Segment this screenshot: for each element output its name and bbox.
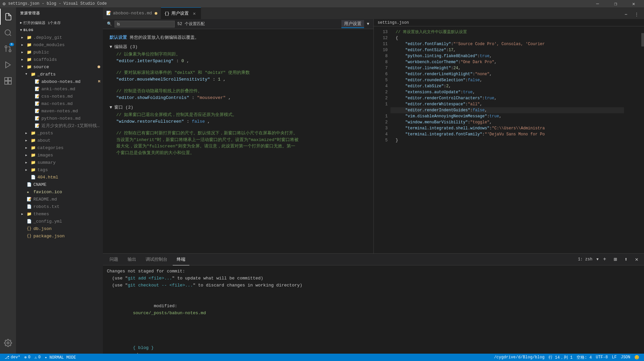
files-activity-icon[interactable] <box>0 9 16 25</box>
open-editors-header[interactable]: ▶ 打开的编辑器 1个未存 <box>16 19 103 26</box>
tree-item-name: _posts <box>37 131 53 136</box>
tree-item-css-notes-md[interactable]: 📝css-notes.md <box>16 93 103 100</box>
terminal-shell-label: 1: zsh <box>575 257 595 262</box>
status-encoding[interactable]: UTF-8 <box>594 354 610 361</box>
tree-item-images[interactable]: ▶📁images <box>16 151 103 159</box>
tree-item-themes[interactable]: ▶📁themes <box>16 210 103 218</box>
tree-item-categories[interactable]: ▶📁categories <box>16 144 103 151</box>
more-actions-button[interactable]: ⋮ <box>632 10 641 19</box>
terminal-close-button[interactable]: ✕ <box>632 255 641 264</box>
tree-item-summary[interactable]: ▶📁summary <box>16 159 103 166</box>
minimap-thumb <box>641 33 644 46</box>
tree-item-source[interactable]: ▼📁source <box>16 63 103 71</box>
file-badge: M <box>98 80 100 84</box>
tree-item-tags[interactable]: ▶📁tags <box>16 166 103 173</box>
code-line-17: "terminal.integrated.shell.windows" : "C… <box>390 125 624 131</box>
status-warnings[interactable]: ⚠ 0 <box>32 354 42 361</box>
vim-mode-label: ✦ NORMAL MODE <box>45 355 76 360</box>
tree-item-name: README.md <box>33 197 57 202</box>
tree-item-python-notes-md[interactable]: 📝python-notes.md <box>16 115 103 122</box>
tree-item-about[interactable]: ▶📁about <box>16 137 103 144</box>
status-path[interactable]: /cygdrive/d/Blog/blog <box>492 354 546 361</box>
terminal-tab-problems[interactable]: 问题 <box>106 254 122 265</box>
editor-section-title[interactable]: ▼ 编辑器 (3) <box>110 43 367 50</box>
file-icon: 📁 <box>27 35 32 40</box>
user-settings-scope-btn[interactable]: 用户设置 <box>341 20 364 28</box>
maximize-button[interactable]: ❐ <box>608 0 623 7</box>
source-control-activity-icon[interactable]: 6 <box>0 41 16 57</box>
settings-activity-icon[interactable] <box>0 335 16 351</box>
tab-aboboo-notes[interactable]: 📝 aboboo-notes.md <box>103 7 161 19</box>
tab-right-actions: ⋯ ⋮ <box>619 10 644 19</box>
tree-item-name: public <box>33 50 49 55</box>
tree-item-aboboo-notes-md[interactable]: 📝aboboo-notes.mdM <box>16 78 103 85</box>
settings-json-breadcrumb: settings.json <box>378 20 409 25</box>
settings-scope-selector: 用户设置 ▼ <box>341 20 369 28</box>
terminal-tab-output[interactable]: 输出 <box>124 254 140 265</box>
window-fullscreen-item: "window.restoreFullscreen" : false , <box>110 118 367 125</box>
tree-item-node-modules[interactable]: ▶📁node_modules <box>16 41 103 48</box>
tree-item-404-html[interactable]: 📄404.html <box>16 173 103 181</box>
tree-item--posts[interactable]: ▶📁_posts <box>16 129 103 137</box>
split-editor-button[interactable]: ⋯ <box>621 10 631 19</box>
scope-dropdown-arrow[interactable]: ▼ <box>367 22 369 26</box>
tree-item-mac-notes-md[interactable]: 📝mac-notes.md <box>16 100 103 107</box>
code-line-4: "editor.fontSize" : 17 , <box>390 47 624 53</box>
editor-mouse-wheel-item: "editor.mouseWheelScrollSensitivity" : 1… <box>110 76 367 83</box>
file-icon: 📁 <box>31 131 36 136</box>
tab-settings-close[interactable]: ✕ <box>191 10 197 16</box>
extensions-activity-icon[interactable] <box>0 73 16 89</box>
tree-item-anki-notes-md[interactable]: 📝anki-notes.md <box>16 85 103 93</box>
tree-item-scaffolds[interactable]: ▶📁scaffolds <box>16 56 103 63</box>
position-label: 行 14，列 1 <box>548 355 573 360</box>
tree-arrow: ▶ <box>21 212 26 216</box>
tree-item-maven-notes-md[interactable]: 📝maven-notes.md <box>16 107 103 115</box>
terminal-maximize-button[interactable]: ⬆ <box>621 255 631 264</box>
tree-item-name: 404.html <box>37 175 58 180</box>
minimap <box>624 26 644 253</box>
terminal-split-button[interactable]: ⊞ <box>611 255 620 264</box>
code-line-7: "editor.lineHeight" : 24 , <box>390 65 624 71</box>
tree-item-readme-md[interactable]: 📝README.md <box>16 196 103 203</box>
terminal-area: 问题 输出 调试控制台 终端 1: zsh ▼ + ⊞ ⬆ ✕ Changes … <box>103 253 644 354</box>
search-activity-icon[interactable] <box>0 25 16 41</box>
svg-point-0 <box>5 30 10 35</box>
tree-arrow: ▶ <box>21 36 26 39</box>
window-section-title[interactable]: ▼ 窗口 (2) <box>110 104 367 111</box>
minimize-button[interactable]: — <box>590 0 605 7</box>
tree-item--config-yml[interactable]: 📄_config.yml <box>16 218 103 225</box>
status-eol[interactable]: LF <box>610 354 619 361</box>
status-errors[interactable]: ⊗ 0 <box>22 354 32 361</box>
run-activity-icon[interactable] <box>0 57 16 73</box>
terminal-tab-terminal[interactable]: 终端 <box>173 254 189 265</box>
status-position[interactable]: 行 14，列 1 <box>546 354 575 361</box>
tree-item-name: maven-notes.md <box>41 109 78 114</box>
window-title: settings.json - blog - Visual Studio Cod… <box>8 1 107 6</box>
terminal-add-button[interactable]: + <box>600 255 609 264</box>
tree-item--deploy-git[interactable]: ▶📁.deploy_git <box>16 34 103 41</box>
settings-search-input[interactable] <box>115 21 175 27</box>
tree-item-cname[interactable]: 📄CNAME <box>16 181 103 188</box>
tab-user-settings[interactable]: {} 用户设置 ✕ <box>161 7 201 19</box>
tree-item-favicon-ico[interactable]: ★favicon.ico <box>16 188 103 196</box>
terminal-tab-debug[interactable]: 调试控制台 <box>142 254 171 265</box>
close-button[interactable]: ✕ <box>626 0 641 7</box>
svg-marker-5 <box>6 62 10 68</box>
status-feedback[interactable]: 😊 <box>632 354 641 361</box>
blog-header[interactable]: ▼ BLOG <box>16 26 103 34</box>
tree-item-public[interactable]: ▶📁public <box>16 48 103 56</box>
status-language[interactable]: JSON <box>619 354 632 361</box>
status-vim-mode: ✦ NORMAL MODE <box>43 354 78 361</box>
tree-item-robots-txt[interactable]: 📄robots.txt <box>16 203 103 210</box>
code-line-9: "editor.roundedSelection" : false , <box>390 77 624 83</box>
status-branch[interactable]: ⎇ dev* <box>3 354 22 361</box>
tree-item-package-json[interactable]: {}package.json <box>16 232 103 240</box>
status-indentation[interactable]: 空格: 4 <box>575 354 594 361</box>
tree-item--------2-1----------[interactable]: 📝近月少女的礼仪2-1艾斯特线一汉化... <box>16 122 103 129</box>
terminal-shell-arrow[interactable]: ▼ <box>596 257 599 261</box>
warning-count: 0 <box>38 355 40 360</box>
editor-section-arrow: ▼ <box>110 44 112 49</box>
tree-item--drafts[interactable]: ▼📁_drafts <box>16 71 103 78</box>
tree-item-name: node_modules <box>33 42 65 47</box>
tree-item-db-json[interactable]: {}db.json <box>16 225 103 232</box>
